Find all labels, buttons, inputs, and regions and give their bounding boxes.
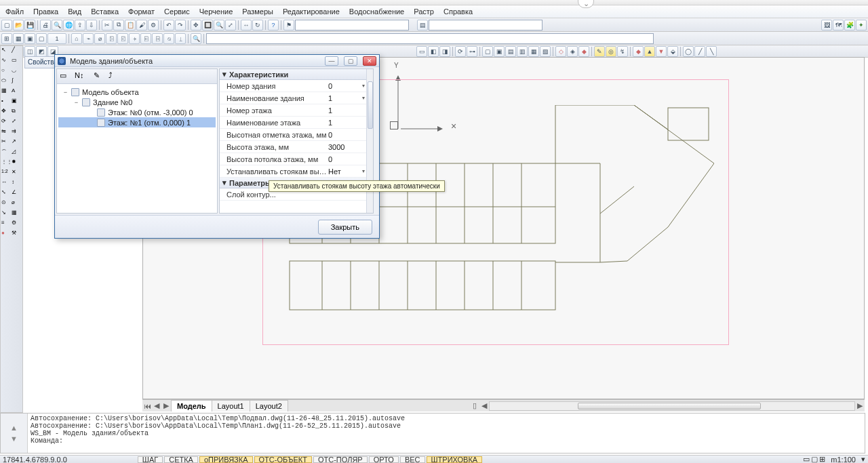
lt-ellipse-icon[interactable]: ⬭ xyxy=(1,77,11,87)
maximize-button[interactable]: ▢ xyxy=(344,56,357,66)
linetype-input[interactable] xyxy=(429,20,542,31)
mark2-icon[interactable]: ◎ xyxy=(606,46,616,57)
sb-icon3[interactable]: ⊞ xyxy=(819,455,825,463)
tool-i-icon[interactable]: ⍉ xyxy=(163,33,174,44)
sh4-icon[interactable]: ⬙ xyxy=(667,46,678,57)
model-tree[interactable]: − Модель объекта − Здание №0 Этаж: №0 (о… xyxy=(57,84,217,213)
lt-table-icon[interactable]: ▦ xyxy=(12,209,21,219)
plot-preview-icon[interactable]: 🔍 xyxy=(52,20,62,31)
menu-drawing[interactable]: Черчение xyxy=(195,6,237,17)
collapse-icon[interactable]: − xyxy=(62,89,68,96)
lt-fire-icon[interactable]: ● xyxy=(1,230,11,239)
new-icon[interactable]: ▢ xyxy=(1,20,12,31)
pipe-icon[interactable]: ⊶ xyxy=(467,46,477,57)
scroll-left-icon[interactable]: ◀ xyxy=(479,401,489,411)
lt-dim5-icon[interactable]: ⊙ xyxy=(1,199,11,209)
help-icon[interactable]: ? xyxy=(268,20,279,31)
sel1-icon[interactable]: ▢ xyxy=(36,33,47,44)
menu-file[interactable]: Файл xyxy=(1,6,28,17)
hscroll-thumb[interactable] xyxy=(578,403,761,409)
import-icon[interactable]: ⇩ xyxy=(86,20,97,31)
lt-mirror-icon[interactable]: ⇋ xyxy=(1,128,11,138)
tab-first-icon[interactable]: ⏮ xyxy=(142,401,152,411)
box1-icon[interactable]: ▢ xyxy=(482,46,493,57)
box5-icon[interactable]: ▦ xyxy=(528,46,539,57)
d3-icon[interactable]: ◫ xyxy=(24,46,35,57)
tree-building[interactable]: − Здание №0 xyxy=(58,97,216,107)
lt-extend-icon[interactable]: ↗ xyxy=(12,138,21,148)
box2-icon[interactable]: ▣ xyxy=(494,46,505,57)
d4-icon[interactable]: ◩ xyxy=(36,46,47,57)
snap-icon[interactable]: ⊞ xyxy=(1,33,12,44)
lt-chamfer-icon[interactable]: ◿ xyxy=(12,148,21,158)
lt-12-icon[interactable]: 1:2 xyxy=(1,169,11,178)
tool-e-icon[interactable]: ⍃ xyxy=(117,33,128,44)
prop-floor-no[interactable]: Номер этажа1 xyxy=(220,104,373,117)
lt-dim3-icon[interactable]: ⤡ xyxy=(1,189,11,199)
collapse-icon[interactable]: − xyxy=(73,99,79,106)
tab-prev-icon[interactable]: ◀ xyxy=(152,401,161,411)
xref-icon[interactable]: ▣ xyxy=(24,33,35,44)
menu-editing[interactable]: Редактирование xyxy=(279,6,344,17)
lt-text-icon[interactable]: A xyxy=(12,87,21,97)
tool-h-icon[interactable]: ⍈ xyxy=(152,33,163,44)
layer-filter-icon[interactable]: ▤ xyxy=(417,20,428,31)
tool-j-icon[interactable]: ⍊ xyxy=(175,33,186,44)
menu-insert[interactable]: Вставка xyxy=(87,6,123,17)
regen-icon[interactable]: ↻ xyxy=(252,20,263,31)
lt-dim6-icon[interactable]: ⌀ xyxy=(12,199,21,209)
sh2-icon[interactable]: ▲ xyxy=(644,46,655,57)
tree-tool2-icon[interactable]: N↕ xyxy=(75,71,90,82)
tab-layout2[interactable]: Layout2 xyxy=(250,400,288,411)
lt-layer-icon[interactable]: ≡ xyxy=(1,220,11,229)
lt-array-icon[interactable]: ⋮⋮ xyxy=(1,159,11,168)
box4-icon[interactable]: ▥ xyxy=(517,46,528,57)
category-characteristics[interactable]: ▾Характеристики xyxy=(220,69,373,80)
tree-root[interactable]: − Модель объекта xyxy=(58,87,216,97)
log-down-icon[interactable]: ▼ xyxy=(10,435,18,443)
open-icon[interactable]: 📂 xyxy=(13,20,24,31)
status-ves[interactable]: ВЕС xyxy=(400,456,425,463)
cut-icon[interactable]: ✂ xyxy=(102,20,113,31)
lt-point-icon[interactable]: • xyxy=(1,98,11,107)
mark3-icon[interactable]: ↯ xyxy=(617,46,628,57)
lt-move-icon[interactable]: ✥ xyxy=(1,108,11,117)
menu-format[interactable]: Формат xyxy=(124,6,159,17)
copy-icon[interactable]: ⧉ xyxy=(113,20,124,31)
status-shtrihovka[interactable]: ШТРИХОВКА xyxy=(427,456,483,463)
dia3-icon[interactable]: ◆ xyxy=(578,46,589,57)
raster2-icon[interactable]: 🗺 xyxy=(833,20,844,31)
lt-erase-icon[interactable]: ✕ xyxy=(12,169,21,178)
tree-tool1-icon[interactable]: ▭ xyxy=(60,71,71,82)
lt-block-icon[interactable]: ▣ xyxy=(12,98,21,107)
measure-icon[interactable]: ↔ xyxy=(241,20,252,31)
mark1-icon[interactable]: ✎ xyxy=(594,46,605,57)
grp3-icon[interactable]: ◨ xyxy=(439,46,450,57)
circ-icon[interactable]: ◯ xyxy=(683,46,694,57)
hscrollbar[interactable] xyxy=(489,401,855,411)
prop-floor-elev[interactable]: Высотная отметка этажа, мм0 xyxy=(220,129,373,141)
line-icon[interactable]: ╱ xyxy=(694,46,705,57)
export-icon[interactable]: ⇪ xyxy=(75,20,85,31)
lt-rotate-icon[interactable]: ⟳ xyxy=(1,118,11,127)
status-shag[interactable]: ШАГ xyxy=(138,456,163,463)
zoom-realtime-icon[interactable]: 🔍 xyxy=(214,20,224,31)
lt-spline-icon[interactable]: ∫ xyxy=(12,77,21,87)
grp1-icon[interactable]: ▭ xyxy=(416,46,427,57)
menu-view[interactable]: Вид xyxy=(64,6,85,17)
lt-leader-icon[interactable]: ↘ xyxy=(1,209,11,219)
tab-model[interactable]: Модель xyxy=(171,400,212,411)
lt-circle-icon[interactable]: ○ xyxy=(1,67,11,77)
prop-building-name[interactable]: Наименование здания1▾ xyxy=(220,92,373,104)
grid-icon[interactable]: ▦ xyxy=(13,33,24,44)
lt-trim-icon[interactable]: ✂ xyxy=(1,138,11,148)
tool-c-icon[interactable]: ⌀ xyxy=(94,33,105,44)
tree-floor-0[interactable]: Этаж: №0 (отм. -3,000) 0 xyxy=(58,107,216,117)
status-ots-polar[interactable]: ОТС-ПОЛЯР xyxy=(313,456,368,463)
layer-search-input[interactable] xyxy=(295,20,409,31)
lt-hatch-icon[interactable]: ▦ xyxy=(1,87,11,97)
line2-icon[interactable]: ╲ xyxy=(706,46,717,57)
lt-explode-icon[interactable]: ✸ xyxy=(12,159,21,168)
raster4-icon[interactable]: ✦ xyxy=(856,20,867,31)
command-input[interactable] xyxy=(206,33,654,44)
